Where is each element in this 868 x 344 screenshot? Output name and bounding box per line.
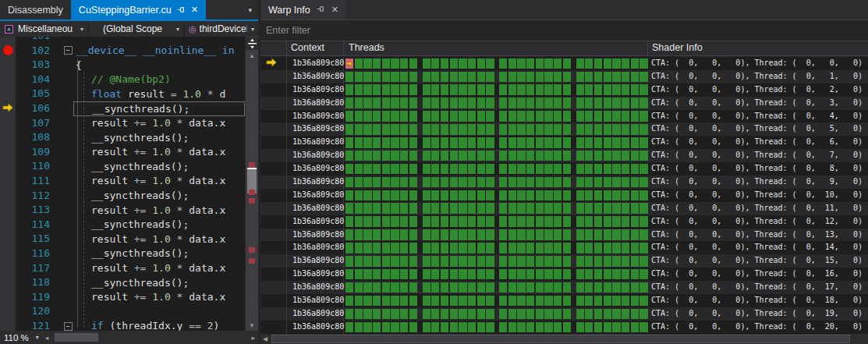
thread-cell[interactable] xyxy=(526,216,534,227)
code-line-120[interactable]: 120 xyxy=(0,304,245,319)
thread-cell[interactable] xyxy=(468,296,476,307)
thread-cell[interactable] xyxy=(526,282,534,293)
thread-cell[interactable] xyxy=(554,322,562,333)
thread-cell[interactable] xyxy=(631,243,639,254)
thread-cell[interactable] xyxy=(468,111,476,122)
thread-cell[interactable] xyxy=(612,256,620,267)
thread-cell[interactable] xyxy=(536,111,544,122)
header-shader-info[interactable]: Shader Info xyxy=(648,41,868,55)
thread-cell[interactable] xyxy=(639,216,647,227)
thread-cell[interactable] xyxy=(441,216,448,227)
thread-cell[interactable] xyxy=(594,190,602,201)
thread-cell[interactable] xyxy=(576,203,584,214)
thread-cell[interactable] xyxy=(517,282,525,293)
thread-cell[interactable] xyxy=(526,72,534,83)
editor-vertical-scrollbar[interactable]: ▴ ▾ xyxy=(245,37,258,331)
thread-cell[interactable] xyxy=(554,229,562,240)
thread-cell[interactable] xyxy=(486,84,494,95)
thread-cell[interactable] xyxy=(554,98,562,108)
thread-cell[interactable] xyxy=(554,256,562,267)
thread-cell[interactable] xyxy=(544,309,552,320)
thread-cell[interactable] xyxy=(639,256,647,267)
thread-cell[interactable] xyxy=(400,98,408,108)
splitter-handle-icon[interactable] xyxy=(246,37,258,50)
thread-cell[interactable] xyxy=(604,243,611,254)
thread-cell[interactable] xyxy=(400,269,408,280)
thread-cell[interactable] xyxy=(431,124,439,135)
thread-cell[interactable] xyxy=(363,256,371,267)
thread-cell[interactable] xyxy=(441,98,448,108)
thread-cell[interactable] xyxy=(345,72,353,83)
thread-cell[interactable] xyxy=(468,243,476,254)
code-line-121[interactable]: 121−if (threadIdx.y == 2) xyxy=(0,319,245,331)
thread-cell[interactable] xyxy=(355,269,363,280)
thread-cell[interactable] xyxy=(373,84,381,95)
thread-cell[interactable] xyxy=(536,84,544,95)
thread-cell[interactable] xyxy=(585,203,593,214)
thread-cell[interactable] xyxy=(409,72,417,83)
thread-cell[interactable] xyxy=(477,72,485,83)
thread-cell[interactable] xyxy=(499,269,507,280)
thread-cell[interactable] xyxy=(508,137,516,148)
thread-cell[interactable] xyxy=(563,243,571,254)
header-threads[interactable]: Threads xyxy=(344,41,648,55)
thread-cell[interactable] xyxy=(576,111,584,122)
thread-cell[interactable] xyxy=(508,59,516,69)
thread-cell[interactable] xyxy=(622,256,629,267)
thread-cell[interactable] xyxy=(355,229,363,240)
thread-cell[interactable] xyxy=(373,229,381,240)
thread-cell[interactable] xyxy=(423,164,430,175)
thread-cell[interactable] xyxy=(345,124,353,135)
thread-cell[interactable] xyxy=(544,137,552,148)
thread-cell[interactable] xyxy=(382,243,390,254)
breakpoint-margin[interactable] xyxy=(0,145,16,160)
thread-cell[interactable] xyxy=(382,164,390,175)
thread-cell[interactable] xyxy=(459,309,466,320)
thread-cell[interactable] xyxy=(382,229,390,240)
breakpoint-margin[interactable] xyxy=(0,275,16,290)
thread-cell[interactable] xyxy=(526,229,534,240)
thread-cell[interactable] xyxy=(459,151,466,161)
thread-cell[interactable] xyxy=(576,84,584,95)
thread-cell[interactable] xyxy=(594,177,602,188)
thread-cell[interactable] xyxy=(526,309,534,320)
thread-cell[interactable] xyxy=(450,296,458,307)
thread-cell[interactable] xyxy=(477,296,485,307)
thread-cell[interactable] xyxy=(517,137,525,148)
code-line-101[interactable]: 101 xyxy=(0,37,245,44)
thread-cell[interactable] xyxy=(486,59,494,69)
thread-cell[interactable] xyxy=(477,84,485,95)
thread-cell[interactable] xyxy=(409,137,417,148)
thread-cell[interactable] xyxy=(441,229,448,240)
thread-cell[interactable] xyxy=(450,177,458,188)
thread-cell[interactable] xyxy=(391,190,399,201)
thread-cell[interactable] xyxy=(622,322,629,333)
thread-cell[interactable] xyxy=(563,84,571,95)
thread-cell[interactable] xyxy=(536,177,544,188)
thread-cell[interactable] xyxy=(363,216,371,227)
thread-cell[interactable] xyxy=(631,111,639,122)
thread-cell[interactable] xyxy=(391,296,399,307)
fold-collapse-box[interactable]: − xyxy=(62,46,73,55)
thread-cell[interactable] xyxy=(612,282,620,293)
thread-cell[interactable] xyxy=(345,309,353,320)
scroll-up-arrow-icon[interactable]: ▴ xyxy=(246,51,258,59)
thread-cell[interactable] xyxy=(363,84,371,95)
thread-cell[interactable] xyxy=(631,84,639,95)
thread-cell[interactable] xyxy=(486,72,494,83)
thread-cell[interactable] xyxy=(499,309,507,320)
thread-cell[interactable] xyxy=(450,124,458,135)
thread-cell[interactable] xyxy=(363,72,371,83)
thread-cell[interactable] xyxy=(382,282,390,293)
thread-cell[interactable] xyxy=(594,282,602,293)
thread-cell[interactable] xyxy=(450,59,458,69)
code-line-114[interactable]: 114__syncthreads(); xyxy=(0,218,245,232)
thread-cell[interactable] xyxy=(554,269,562,280)
thread-cell[interactable] xyxy=(450,216,458,227)
thread-cell[interactable] xyxy=(594,151,602,161)
thread-cell[interactable] xyxy=(400,216,408,227)
breakpoint-margin[interactable] xyxy=(0,290,16,305)
thread-cell[interactable] xyxy=(363,282,371,293)
thread-cell[interactable] xyxy=(450,309,458,320)
thread-cell[interactable] xyxy=(459,190,466,201)
